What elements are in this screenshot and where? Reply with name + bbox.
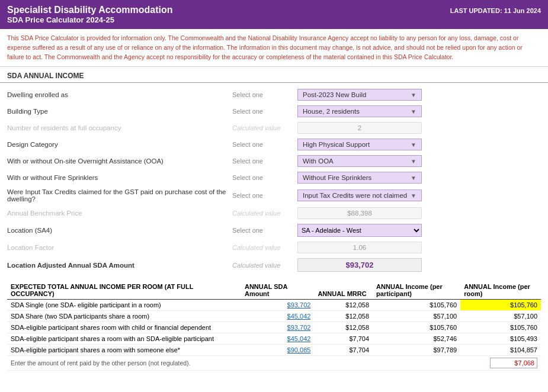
tax-dropdown[interactable]: Input Tax Credits were not claimed▼ [297,189,422,201]
location-factor-input: 1.06 [297,242,541,253]
rent-part-empty [373,356,460,371]
disclaimer-text: This SDA Price Calculator is provided fo… [0,29,548,67]
rent-row: Enter the amount of rent paid by the oth… [7,356,541,371]
ooa-select-label: Select one [232,158,297,165]
row-per-part: $57,100 [373,311,460,322]
sprinklers-dropdown[interactable]: Without Fire Sprinklers▼ [297,172,422,184]
row-desc: SDA-eligible participant shares room wit… [7,322,241,333]
row-per-part: $97,789 [373,345,460,356]
sprinklers-row: With or without Fire Sprinklers Select o… [7,169,541,186]
design-category-select-label: Select one [232,141,297,148]
building-type-dropdown[interactable]: House, 2 residents▼ [297,105,422,117]
rent-sda-empty [241,356,314,371]
row-per-room: $57,100 [460,311,541,322]
row-desc: SDA Single (one SDA- eligible participan… [7,300,241,311]
adjusted-select-label: Calculated value [232,262,297,269]
adjusted-input: $93,702 [297,258,541,272]
adjusted-label: Location Adjusted Annual SDA Amount [7,262,232,269]
col-header-per-part: ANNUAL Income (per participant) [373,281,460,300]
tax-select-label: Select one [232,192,297,199]
row-per-room: $105,493 [460,333,541,345]
tax-label: Were Input Tax Credits claimed for the G… [7,188,232,203]
dwelling-select-label: Select one [232,91,297,98]
row-per-room: $105,760 [460,322,541,333]
location-factor-label: Location Factor [7,244,232,251]
page-subtitle: SDA Price Calculator 2024-25 [7,15,541,24]
row-sda[interactable]: $45,042 [241,333,314,345]
form-area: Dwelling enrolled as Select one Post-202… [0,84,548,277]
row-per-part: $105,760 [373,300,460,311]
tax-input: Input Tax Credits were not claimed▼ [297,189,541,201]
dwelling-input: Post-2023 New Build▼ [297,89,541,101]
location-input: SA - Adelaide - West [297,224,541,237]
benchmark-value: $88,398 [297,207,422,219]
residents-select-label: Calculated value [232,124,297,131]
row-desc: SDA-eligible participant shares a room w… [7,333,241,345]
location-select[interactable]: SA - Adelaide - West [297,224,422,237]
row-sda[interactable]: $93,702 [241,322,314,333]
location-dropdown-wrapper: SA - Adelaide - West [297,224,422,237]
row-per-part: $52,746 [373,333,460,345]
design-category-dropdown[interactable]: High Physical Support▼ [297,139,422,150]
row-sda[interactable]: $45,042 [241,311,314,322]
row-sda[interactable]: $93,702 [241,300,314,311]
table-row: SDA-eligible participant shares room wit… [7,322,541,333]
location-factor-row: Location Factor Calculated value 1.06 [7,239,541,256]
income-table: EXPECTED TOTAL ANNUAL INCOME PER ROOM (A… [7,281,541,371]
ooa-input: With OOA▼ [297,155,541,167]
ooa-dropdown[interactable]: With OOA▼ [297,155,422,167]
design-category-label: Design Category [7,141,232,148]
last-updated: LAST UPDATED: 11 Jun 2024 [450,5,541,14]
section-title: SDA ANNUAL INCOME [0,67,548,83]
row-per-room: $105,760 [460,300,541,311]
sprinklers-label: With or without Fire Sprinklers [7,174,232,181]
col-header-per-room: ANNUAL Income (per room) [460,281,541,300]
row-desc: SDA Share (two SDA participants share a … [7,311,241,322]
location-label: Location (SA4) [7,227,232,234]
residents-value: 2 [297,122,422,134]
row-mrrc: $7,704 [314,345,373,356]
location-row: Location (SA4) Select one SA - Adelaide … [7,221,541,239]
building-type-select-label: Select one [232,108,297,115]
adjusted-value: $93,702 [297,258,422,272]
dwelling-dropdown[interactable]: Post-2023 New Build▼ [297,89,422,101]
col-header-mrrc: ANNUAL MRRC [314,281,373,300]
income-table-section: EXPECTED TOTAL ANNUAL INCOME PER ROOM (A… [0,277,548,373]
row-per-part: $105,760 [373,322,460,333]
benchmark-label: Annual Benchmark Price [7,210,232,217]
ooa-row: With or without On-site Overnight Assist… [7,153,541,169]
rent-desc: Enter the amount of rent paid by the oth… [7,356,241,371]
dwelling-label: Dwelling enrolled as [7,91,232,98]
table-row: SDA Share (two SDA participants share a … [7,311,541,322]
ooa-label: With or without On-site Overnight Assist… [7,158,232,165]
design-category-row: Design Category Select one High Physical… [7,136,541,153]
table-row: SDA-eligible participant shares a room w… [7,345,541,356]
building-type-input: House, 2 residents▼ [297,105,541,117]
location-select-label: Select one [232,227,297,234]
residents-input: 2 [297,122,541,134]
table-row: SDA Single (one SDA- eligible participan… [7,300,541,311]
rent-input[interactable] [490,358,537,368]
benchmark-row: Annual Benchmark Price Calculated value … [7,205,541,221]
rent-mrrc-empty [314,356,373,371]
building-type-row: Building Type Select one House, 2 reside… [7,103,541,120]
row-mrrc: $12,058 [314,300,373,311]
page-header: LAST UPDATED: 11 Jun 2024 Specialist Dis… [0,0,548,29]
row-desc: SDA-eligible participant shares a room w… [7,345,241,356]
dwelling-row: Dwelling enrolled as Select one Post-202… [7,86,541,103]
row-mrrc: $12,058 [314,322,373,333]
row-sda[interactable]: $90,085 [241,345,314,356]
col-header-desc: EXPECTED TOTAL ANNUAL INCOME PER ROOM (A… [7,281,241,300]
location-factor-value: 1.06 [297,242,422,253]
row-mrrc: $7,704 [314,333,373,345]
rent-input-cell [460,356,541,371]
design-category-input: High Physical Support▼ [297,139,541,150]
benchmark-select-label: Calculated value [232,210,297,217]
residents-row: Number of residents at full occupancy Ca… [7,120,541,136]
location-factor-select-label: Calculated value [232,244,297,251]
building-type-label: Building Type [7,108,232,115]
benchmark-input: $88,398 [297,207,541,219]
sprinklers-select-label: Select one [232,174,297,181]
residents-label: Number of residents at full occupancy [7,124,232,131]
adjusted-row: Location Adjusted Annual SDA Amount Calc… [7,256,541,274]
